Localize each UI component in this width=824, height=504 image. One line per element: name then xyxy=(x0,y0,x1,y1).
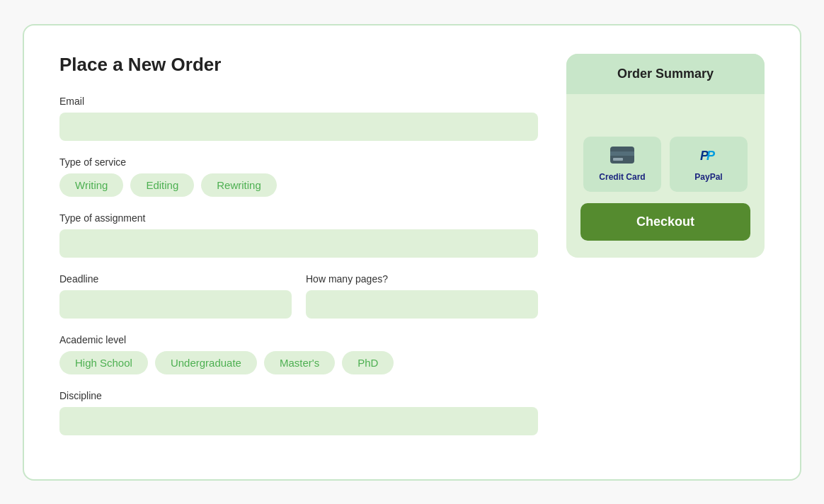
main-card: Place a New Order Email Type of service … xyxy=(23,24,801,481)
email-group: Email xyxy=(59,96,538,141)
academic-masters-btn[interactable]: Master's xyxy=(264,351,335,374)
order-summary-title: Order Summary xyxy=(617,67,714,81)
svg-rect-1 xyxy=(610,151,634,156)
form-section: Place a New Order Email Type of service … xyxy=(59,54,538,451)
pages-label: How many pages? xyxy=(306,273,538,285)
credit-card-label: Credit Card xyxy=(599,172,645,182)
svg-rect-2 xyxy=(613,158,623,161)
page-title: Place a New Order xyxy=(59,54,538,76)
academic-highschool-btn[interactable]: High School xyxy=(59,351,148,374)
service-writing-btn[interactable]: Writing xyxy=(59,173,123,197)
deadline-pages-row: Deadline How many pages? xyxy=(59,273,538,334)
service-label: Type of service xyxy=(59,156,538,168)
email-label: Email xyxy=(59,96,538,107)
deadline-group: Deadline xyxy=(59,273,292,319)
assignment-field[interactable] xyxy=(59,229,538,258)
order-summary-header: Order Summary xyxy=(566,54,765,94)
assignment-group: Type of assignment xyxy=(59,212,538,258)
paypal-icon: P P xyxy=(697,147,721,168)
checkout-button[interactable]: Checkout xyxy=(580,203,750,241)
discipline-label: Discipline xyxy=(59,390,538,401)
service-group: Type of service Writing Editing Rewritin… xyxy=(59,156,538,197)
service-toggle-group: Writing Editing Rewriting xyxy=(59,173,538,197)
svg-text:P: P xyxy=(706,149,716,163)
paypal-label: PayPal xyxy=(694,172,722,182)
academic-undergraduate-btn[interactable]: Undergraduate xyxy=(155,351,257,374)
pages-group: How many pages? xyxy=(306,273,538,319)
payment-options: Credit Card P P PayPal xyxy=(569,137,762,192)
academic-phd-btn[interactable]: PhD xyxy=(342,351,394,374)
deadline-field[interactable] xyxy=(59,290,292,319)
service-editing-btn[interactable]: Editing xyxy=(130,173,194,197)
discipline-group: Discipline xyxy=(59,390,538,435)
order-summary-card: Order Summary Credit Card P xyxy=(566,54,765,258)
discipline-field[interactable] xyxy=(59,407,538,435)
paypal-btn[interactable]: P P PayPal xyxy=(670,137,748,192)
academic-label: Academic level xyxy=(59,334,538,345)
deadline-label: Deadline xyxy=(59,273,292,285)
academic-toggle-group: High School Undergraduate Master's PhD xyxy=(59,351,538,374)
academic-group: Academic level High School Undergraduate… xyxy=(59,334,538,374)
service-rewriting-btn[interactable]: Rewriting xyxy=(201,173,277,197)
email-field[interactable] xyxy=(59,113,538,141)
credit-card-icon xyxy=(610,147,634,168)
pages-field[interactable] xyxy=(306,290,538,319)
credit-card-btn[interactable]: Credit Card xyxy=(583,137,661,192)
assignment-label: Type of assignment xyxy=(59,212,538,224)
